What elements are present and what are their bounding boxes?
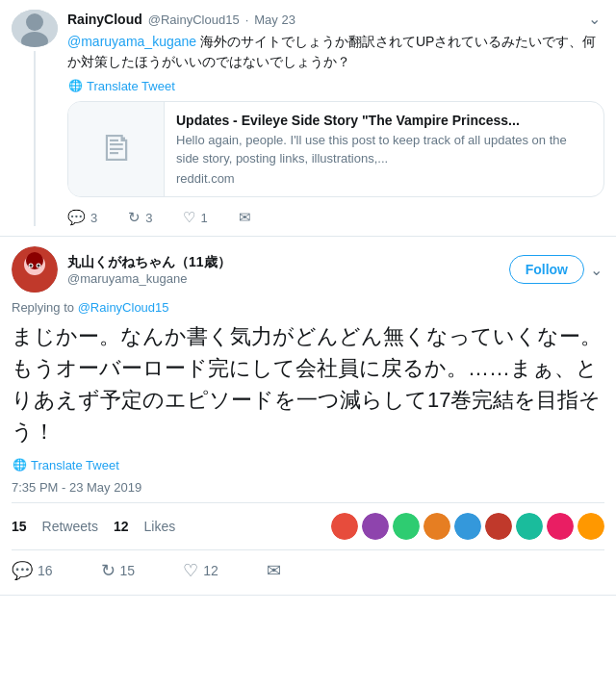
link-card-source: reddit.com	[176, 171, 592, 186]
retweet-icon: ↻	[128, 209, 141, 226]
tweet-1-text: @maruyama_kugane 海外のサイトでしょうか翻訳されてUPされている…	[67, 32, 604, 72]
svg-point-10	[38, 265, 40, 268]
mini-avatar	[547, 513, 574, 540]
tweet-2-more-button[interactable]: ⌄	[588, 261, 604, 279]
tweet-1-more-button[interactable]: ⌄	[584, 10, 604, 28]
replying-to: Replying to @RainyCloud15	[12, 300, 604, 315]
retweets-label: Retweets	[42, 519, 98, 534]
tweet-1-time: May 23	[254, 13, 295, 27]
tweet-2-header: 丸山くがねちゃん（11歳） @maruyama_kugane Follow ⌄	[12, 246, 604, 293]
tweet-2-comment-count: 16	[38, 563, 53, 578]
tweet-1-link-card[interactable]: 🖹 Updates - Evileye Side Story "The Vamp…	[67, 101, 604, 197]
follow-label: Follow	[526, 262, 568, 277]
tweet-1-user-info: RainyCloud @RainyCloud15 · May 23	[67, 12, 295, 27]
mini-avatar	[454, 513, 481, 540]
tweet-1-retweet-count: 3	[145, 211, 152, 225]
mini-avatar	[424, 513, 450, 540]
dm-icon-2: ✉	[267, 560, 281, 581]
tweet-1-comment-action[interactable]: 💬 3	[67, 209, 97, 226]
liker-avatars	[331, 513, 604, 540]
retweet-icon-2: ↻	[101, 560, 116, 581]
tweet-1-like-count: 1	[200, 211, 207, 225]
tweet-2-names: 丸山くがねちゃん（11歳） @maruyama_kugane	[67, 254, 231, 286]
tweet-1-header: RainyCloud @RainyCloud15 · May 23 ⌄	[67, 10, 604, 28]
like-icon: ♡	[183, 209, 195, 226]
likes-count: 12	[114, 519, 129, 534]
tweet-2-like-action[interactable]: ♡ 12	[183, 560, 218, 581]
svg-point-1	[26, 13, 43, 31]
translate-icon: 🌐	[67, 78, 83, 93]
tweet-2-user: 丸山くがねちゃん（11歳） @maruyama_kugane	[12, 246, 231, 293]
tweet-2-display-name[interactable]: 丸山くがねちゃん（11歳）	[67, 254, 231, 271]
tweet-1: RainyCloud @RainyCloud15 · May 23 ⌄ @mar…	[0, 0, 616, 237]
tweet-1-body: RainyCloud @RainyCloud15 · May 23 ⌄ @mar…	[0, 0, 616, 236]
tweet-1-translate-label[interactable]: Translate Tweet	[87, 79, 175, 93]
comment-icon: 💬	[67, 209, 86, 226]
tweet-2-username[interactable]: @maruyama_kugane	[67, 271, 231, 286]
tweet-2-text: まじかー。なんか書く気力がどんどん無くなっていくなー。もうオーバーロード完にして…	[12, 320, 604, 447]
like-icon-2: ♡	[183, 560, 198, 581]
translate-icon-2: 🌐	[12, 457, 27, 472]
tweet-1-retweet-action[interactable]: ↻ 3	[128, 209, 152, 226]
mini-avatar	[331, 513, 358, 540]
mini-avatar	[362, 513, 389, 540]
tweet-1-username[interactable]: @RainyCloud15	[148, 13, 240, 27]
tweet-1-dot: ·	[245, 13, 249, 27]
tweet-2-translate-label[interactable]: Translate Tweet	[31, 458, 119, 472]
tweet-2-stats: 15 Retweets 12 Likes	[12, 502, 604, 550]
comment-icon-2: 💬	[12, 560, 33, 581]
tweet-2-translate[interactable]: 🌐 Translate Tweet	[12, 457, 604, 472]
svg-point-6	[26, 252, 43, 269]
mini-avatar	[578, 513, 604, 540]
tweet-1-display-name[interactable]: RainyCloud	[67, 12, 142, 27]
link-card-content: Updates - Evileye Side Story "The Vampir…	[165, 102, 603, 196]
retweets-count: 15	[12, 519, 27, 534]
tweet-thread-line	[34, 51, 36, 226]
tweet-1-avatar[interactable]	[12, 10, 58, 47]
tweet-1-actions: 💬 3 ↻ 3 ♡ 1 ✉	[67, 207, 604, 226]
tweet-2-actions: 💬 16 ↻ 15 ♡ 12 ✉	[12, 550, 604, 585]
link-card-title: Updates - Evileye Side Story "The Vampir…	[176, 113, 592, 128]
tweet-2-body: 丸山くがねちゃん（11歳） @maruyama_kugane Follow ⌄ …	[0, 237, 616, 595]
svg-point-9	[30, 265, 33, 268]
tweet-1-like-action[interactable]: ♡ 1	[183, 209, 207, 226]
mini-avatar	[393, 513, 420, 540]
tweet-2-retweet-action[interactable]: ↻ 15	[101, 560, 136, 581]
tweet-1-comment-count: 3	[90, 211, 97, 225]
link-card-desc: Hello again, people. I'll use this post …	[176, 132, 592, 166]
tweet-1-translate[interactable]: 🌐 Translate Tweet	[67, 78, 604, 93]
tweet-2-like-count: 12	[203, 563, 218, 578]
tweet-2-avatar[interactable]	[12, 246, 58, 293]
tweet-1-left	[12, 10, 58, 226]
tweet-2-dm-action[interactable]: ✉	[267, 560, 281, 581]
replying-to-user[interactable]: @RainyCloud15	[78, 300, 169, 315]
tweet-1-content: RainyCloud @RainyCloud15 · May 23 ⌄ @mar…	[67, 10, 604, 226]
tweet-2: 丸山くがねちゃん（11歳） @maruyama_kugane Follow ⌄ …	[0, 237, 616, 596]
link-card-image: 🖹	[68, 102, 165, 196]
tweet-2-meta: 7:35 PM - 23 May 2019	[12, 480, 604, 495]
follow-button[interactable]: Follow	[509, 255, 584, 284]
likes-label: Likes	[144, 519, 176, 534]
replying-to-prefix: Replying to	[12, 300, 74, 315]
dm-icon: ✉	[239, 209, 251, 226]
mini-avatar	[516, 513, 543, 540]
tweet-2-comment-action[interactable]: 💬 16	[12, 560, 53, 581]
mini-avatar	[485, 513, 512, 540]
document-icon: 🖹	[99, 129, 134, 169]
tweet-2-retweet-count: 15	[120, 563, 136, 578]
tweet-1-dm-action[interactable]: ✉	[239, 209, 251, 226]
tweet-1-mention[interactable]: @maruyama_kugane	[67, 34, 196, 49]
